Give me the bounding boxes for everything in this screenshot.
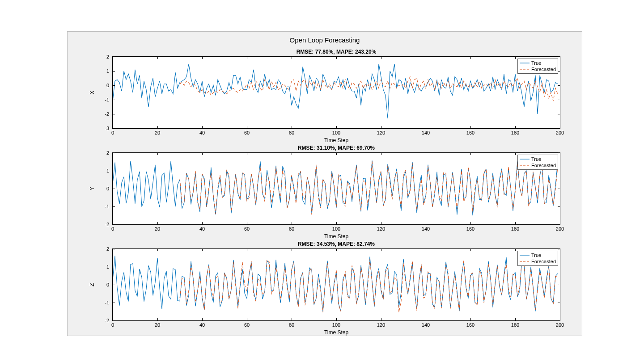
axes-x-xlabel: Time Step xyxy=(113,137,560,143)
axes-y-legend: True Forecasted xyxy=(517,155,558,170)
legend-true-label: True xyxy=(531,156,541,162)
legend-true-label: True xyxy=(531,252,541,258)
axes-x-title: RMSE: 77.80%, MAPE: 243.20% xyxy=(113,49,560,55)
axes-x: RMSE: 77.80%, MAPE: 243.20% X Time Step … xyxy=(112,56,560,129)
axes-z-xlabel: Time Step xyxy=(113,329,560,336)
axes-x-ylabel: X xyxy=(89,91,95,94)
axes-z-plot xyxy=(113,249,560,320)
axes-y: RMSE: 31.10%, MAPE: 69.70% Y Time Step 0… xyxy=(112,152,560,225)
axes-y-plot xyxy=(113,153,560,224)
legend-forecasted-label: Forecasted xyxy=(531,162,556,168)
figure-title: Open Loop Forecasting xyxy=(68,36,582,44)
axes-y-xlabel: Time Step xyxy=(113,233,560,240)
axes-y-title: RMSE: 31.10%, MAPE: 69.70% xyxy=(113,145,560,151)
axes-z: RMSE: 34.53%, MAPE: 82.74% Z Time Step 0… xyxy=(112,248,560,321)
axes-z-title: RMSE: 34.53%, MAPE: 82.74% xyxy=(113,241,560,247)
axes-z-ylabel: Z xyxy=(89,283,95,286)
axes-x-legend: True Forecasted xyxy=(517,59,558,74)
axes-x-plot xyxy=(113,57,560,128)
axes-z-legend: True Forecasted xyxy=(517,251,558,266)
legend-forecasted-label: Forecasted xyxy=(531,66,556,72)
legend-true-label: True xyxy=(531,60,541,66)
legend-forecasted-label: Forecasted xyxy=(531,258,556,265)
figure-window: Open Loop Forecasting RMSE: 77.80%, MAPE… xyxy=(67,31,582,336)
axes-y-ylabel: Y xyxy=(89,187,95,190)
